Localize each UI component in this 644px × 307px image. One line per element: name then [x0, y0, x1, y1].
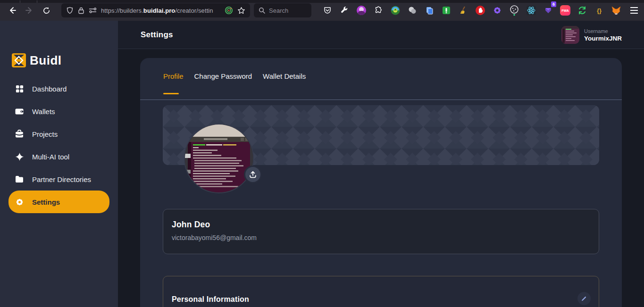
wallet-icon — [15, 107, 24, 116]
sidebar-item-label: Projects — [32, 130, 58, 138]
browser-chrome: https://builders.buidlai.pro/creator/set… — [0, 0, 644, 21]
personal-information-title: Personal Information — [172, 295, 249, 304]
sidebar-item-label: Settings — [32, 198, 60, 206]
settings-tabs: Profile Change Password Wallet Details — [163, 72, 306, 87]
lock-icon[interactable] — [78, 7, 84, 14]
sidebar-item-label: Partner Directories — [32, 175, 91, 183]
sidebar-item-label: Multi-AI tool — [32, 153, 69, 161]
copy-docs-icon[interactable] — [423, 4, 436, 17]
edit-personal-info-button[interactable] — [577, 292, 591, 305]
sidebar-item-projects[interactable]: Projects — [8, 123, 109, 145]
extensions-puzzle-icon[interactable] — [372, 4, 385, 17]
forward-icon — [25, 6, 33, 15]
forward-button[interactable] — [23, 4, 36, 17]
profile-summary-card: John Deo victorabayomi56@gmail.com — [163, 209, 599, 254]
braces-label: {} — [597, 7, 602, 14]
buidl-logo-icon — [11, 53, 26, 68]
braces-extension-icon[interactable]: {} — [593, 4, 606, 17]
reload-button[interactable] — [40, 4, 53, 17]
user-block[interactable]: Username YourmixJNR — [561, 26, 622, 44]
tabs-divider — [140, 100, 622, 100]
purple-gear-icon[interactable] — [491, 4, 504, 17]
url-text[interactable]: https://builders.buidlai.pro/creator/set… — [101, 7, 220, 14]
avatar-upload-button[interactable] — [244, 166, 262, 183]
refresh-extension-icon[interactable] — [576, 4, 589, 17]
tab-strip — [0, 0, 644, 3]
broom-icon[interactable] — [457, 4, 470, 17]
profile-avatar[interactable] — [184, 124, 254, 193]
sidebar-item-partner-directories[interactable]: Partner Directories — [8, 168, 109, 191]
upload-icon — [249, 170, 257, 179]
main-area: Settings — [118, 21, 644, 307]
pocket-icon[interactable] — [321, 4, 334, 17]
search-input[interactable]: Search — [254, 3, 311, 17]
back-button[interactable] — [6, 4, 19, 17]
header-avatar[interactable] — [561, 26, 579, 44]
idm-icon[interactable] — [389, 4, 402, 17]
app-logo[interactable]: Buidl — [11, 53, 62, 68]
url-scheme: https://builders. — [101, 7, 143, 14]
page-header: Settings — [118, 21, 644, 49]
green-folder-icon[interactable] — [440, 4, 453, 17]
url-path: /creator/settin — [175, 7, 213, 14]
content-area: Profile Change Password Wallet Details — [118, 50, 644, 307]
page-title: Settings — [141, 30, 173, 40]
tab-change-password[interactable]: Change Password — [194, 72, 252, 87]
tab-separator — [20, 0, 20, 3]
sidebar: Buidl Dashboard Wallets — [0, 21, 118, 307]
profile-email: victorabayomi56@gmail.com — [172, 234, 590, 241]
gear-icon — [15, 197, 24, 207]
sidebar-item-multi-ai[interactable]: Multi-AI tool — [8, 145, 109, 168]
settings-card: Profile Change Password Wallet Details — [140, 58, 622, 307]
sidebar-item-wallets[interactable]: Wallets — [8, 100, 109, 123]
downloads-extension-icon[interactable]: 6 — [542, 4, 555, 17]
url-domain: buidlai.pro — [143, 7, 176, 14]
stop-hand-icon[interactable] — [474, 4, 487, 17]
briefcase-icon — [15, 129, 24, 139]
page-action-target-icon[interactable] — [225, 6, 233, 15]
tab-wallet-details[interactable]: Wallet Details — [263, 72, 306, 87]
app-window: Buidl Dashboard Wallets — [0, 21, 644, 307]
back-icon — [8, 6, 17, 15]
cookie-icon[interactable] — [508, 4, 521, 17]
profile-name: John Deo — [172, 220, 590, 230]
username-label: Username — [584, 28, 622, 34]
avatar-extension-icon[interactable] — [355, 4, 368, 17]
metamask-icon[interactable] — [610, 4, 623, 17]
screen: https://builders.buidlai.pro/creator/set… — [0, 0, 644, 307]
sparkle-icon — [15, 152, 24, 161]
url-bar[interactable]: https://builders.buidlai.pro/creator/set… — [61, 3, 250, 17]
downloads-badge: 6 — [551, 1, 556, 7]
reload-icon — [42, 7, 50, 15]
dashboard-icon — [15, 84, 24, 93]
logo-text: Buidl — [30, 53, 62, 68]
fwa-extension-icon[interactable]: FWA — [559, 4, 572, 17]
react-devtools-icon[interactable] — [525, 4, 538, 17]
tab-separator — [37, 0, 37, 3]
sidebar-nav: Dashboard Wallets Projects — [0, 77, 118, 213]
username-value: YourmixJNR — [584, 35, 622, 42]
bookmark-star-icon[interactable] — [237, 7, 245, 15]
ghost-icon[interactable] — [406, 4, 419, 17]
menu-button[interactable] — [627, 4, 641, 17]
sidebar-item-label: Dashboard — [32, 85, 67, 93]
sidebar-item-label: Wallets — [32, 108, 55, 116]
search-icon — [259, 7, 265, 14]
profile-avatar-image — [185, 124, 253, 192]
sidebar-item-dashboard[interactable]: Dashboard — [8, 77, 109, 100]
pencil-icon — [581, 295, 587, 302]
personal-information-card: Personal Information — [163, 276, 599, 307]
header-avatar-image — [561, 26, 579, 44]
sidebar-item-settings[interactable]: Settings — [8, 191, 109, 213]
user-meta: Username YourmixJNR — [584, 28, 622, 42]
fwa-label: FWA — [560, 5, 570, 16]
shield-icon[interactable] — [66, 7, 74, 14]
wrench-icon[interactable] — [338, 4, 351, 17]
search-placeholder: Search — [269, 7, 288, 14]
tab-profile[interactable]: Profile — [163, 72, 184, 87]
permissions-icon[interactable] — [89, 7, 97, 14]
folder-icon — [15, 174, 24, 184]
